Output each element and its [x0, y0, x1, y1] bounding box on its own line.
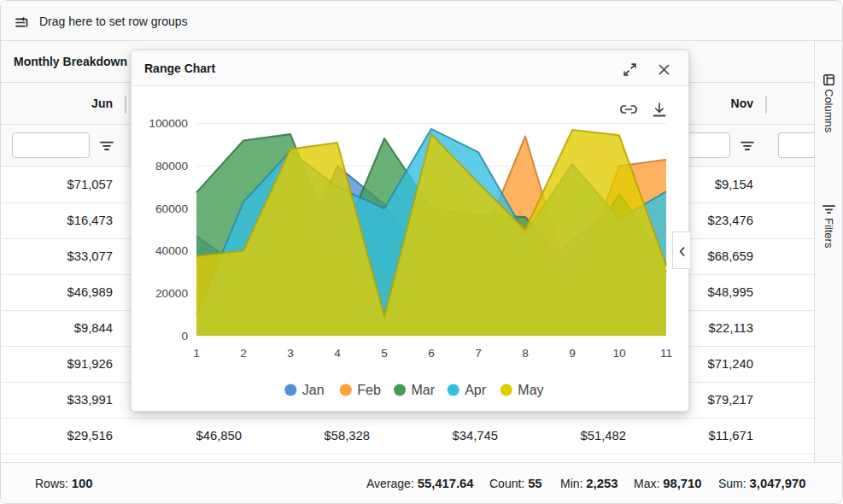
svg-text:Mar: Mar [412, 383, 436, 397]
svg-text:100000: 100000 [149, 117, 188, 130]
svg-text:Feb: Feb [357, 383, 381, 397]
svg-text:11: 11 [660, 347, 672, 360]
svg-text:Jan: Jan [302, 383, 325, 397]
svg-text:9: 9 [569, 347, 576, 360]
svg-text:Apr: Apr [465, 383, 487, 397]
svg-text:80000: 80000 [155, 160, 188, 173]
svg-text:60000: 60000 [155, 202, 188, 215]
svg-text:5: 5 [381, 347, 388, 360]
svg-text:7: 7 [475, 347, 482, 360]
svg-text:1: 1 [193, 347, 200, 360]
svg-text:10: 10 [612, 347, 626, 360]
svg-text:2: 2 [240, 347, 247, 360]
svg-text:20000: 20000 [155, 287, 188, 300]
svg-text:4: 4 [334, 347, 341, 360]
svg-text:40000: 40000 [155, 244, 188, 257]
svg-text:May: May [518, 383, 543, 397]
svg-text:0: 0 [181, 330, 188, 343]
svg-text:3: 3 [287, 347, 294, 360]
svg-text:6: 6 [428, 347, 435, 360]
svg-text:8: 8 [522, 347, 529, 360]
